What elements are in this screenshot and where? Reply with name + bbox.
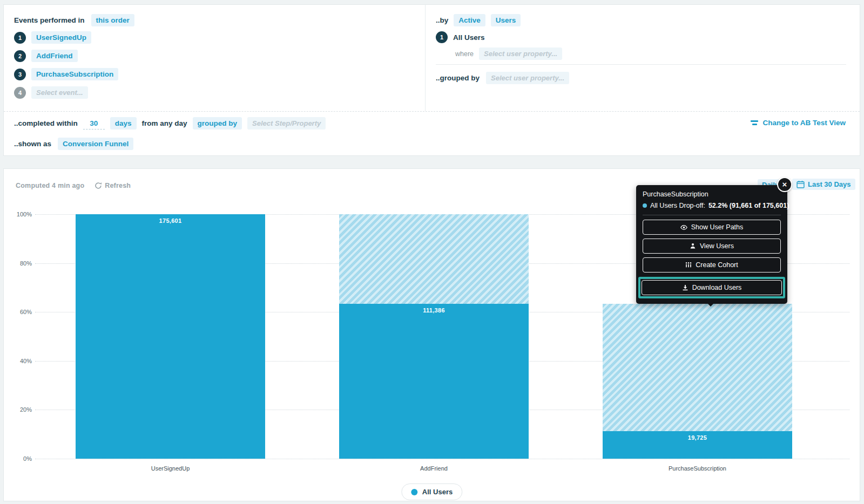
tooltip-actions: Show User PathsView UsersCreate CohortDo… xyxy=(643,220,781,297)
y-axis-tick-label: 40% xyxy=(9,358,32,364)
order-chip[interactable]: this order xyxy=(91,14,134,26)
y-axis-tick-label: 80% xyxy=(9,260,32,267)
x-axis-category-label: AddFriend xyxy=(339,465,529,472)
step-number-badge: 2 xyxy=(14,50,26,62)
y-axis-tick-label: 100% xyxy=(9,211,32,217)
y-axis-tick-label: 0% xyxy=(9,455,32,462)
action-button-label: Create Cohort xyxy=(696,261,738,269)
action-button-label: View Users xyxy=(700,242,734,250)
converted-segment xyxy=(76,214,265,459)
grouped-by-chip[interactable]: grouped by xyxy=(193,117,242,130)
where-label: where xyxy=(455,50,474,58)
create-cohort-button[interactable]: Create Cohort xyxy=(643,257,781,273)
event-chip-PurchaseSubscription[interactable]: PurchaseSubscription xyxy=(31,68,118,80)
where-property-input[interactable]: Select user property... xyxy=(479,47,562,60)
dropoff-hatched-segment xyxy=(339,214,529,304)
user-type-chip[interactable]: Active xyxy=(454,14,485,26)
eye-icon xyxy=(680,224,687,231)
person-icon xyxy=(690,243,696,249)
highlighted-action-wrapper: Download Users xyxy=(638,277,785,298)
y-axis-tick-label: 20% xyxy=(9,406,32,413)
download-icon xyxy=(682,284,688,291)
days-unit-chip[interactable]: days xyxy=(110,117,137,130)
where-divider xyxy=(436,64,846,65)
refresh-button[interactable]: Refresh xyxy=(94,182,131,189)
grouped-by-label: ..grouped by xyxy=(436,74,480,82)
dropoff-value: 52.2% (91,661 of 175,601) xyxy=(708,202,789,209)
select-event-input[interactable]: Select event... xyxy=(31,86,88,99)
event-step-row: 3PurchaseSubscription xyxy=(14,68,118,80)
event-step-row: 2AddFriend xyxy=(14,50,78,62)
query-builder-panel: Events performed in this order 1UserSign… xyxy=(3,4,860,156)
bar-tooltip: PurchaseSubscription All Users Drop-off:… xyxy=(636,185,787,304)
event-chip-UserSignedUp[interactable]: UserSignedUp xyxy=(31,31,91,44)
shown-as-label: ..shown as xyxy=(14,140,51,148)
legend-all-users[interactable]: All Users xyxy=(401,483,462,500)
legend-series-dot xyxy=(411,489,417,495)
bar-value-label: 111,386 xyxy=(339,307,529,314)
change-ab-test-view-link[interactable]: Change to AB Test View xyxy=(751,119,846,127)
group-number-badge: 1 xyxy=(436,31,448,43)
ab-test-icon xyxy=(751,120,758,125)
grouped-by-property-input[interactable]: Select user property... xyxy=(486,72,569,84)
completed-within-label: ..completed within xyxy=(14,119,78,127)
computed-ago-label: Computed 4 min ago xyxy=(16,182,84,189)
dropoff-label: All Users Drop-off: xyxy=(650,202,705,209)
dropoff-hatched-segment xyxy=(603,304,792,431)
by-label: ..by xyxy=(436,16,448,24)
shown-as-chip[interactable]: Conversion Funnel xyxy=(58,138,133,150)
x-axis-category-label: PurchaseSubscription xyxy=(603,465,792,472)
series-bullet-icon xyxy=(643,203,647,208)
tooltip-step-title: PurchaseSubscription xyxy=(643,190,781,198)
legend-series-label: All Users xyxy=(422,488,453,496)
horizontal-divider xyxy=(4,111,860,112)
action-button-label: Show User Paths xyxy=(691,223,744,231)
tooltip-close-button[interactable]: × xyxy=(777,177,792,192)
date-range-chip[interactable]: Last 30 Days xyxy=(792,179,855,190)
funnel-bar-UserSignedUp[interactable]: 175,601 xyxy=(76,214,265,459)
funnel-bar-AddFriend[interactable]: 111,386 xyxy=(339,214,529,459)
event-chip-AddFriend[interactable]: AddFriend xyxy=(31,50,78,62)
calendar-icon xyxy=(796,180,805,188)
step-property-input[interactable]: Select Step/Property xyxy=(247,117,326,130)
cohort-icon xyxy=(685,262,692,268)
bar-value-label: 175,601 xyxy=(76,217,265,224)
show-user-paths-button[interactable]: Show User Paths xyxy=(643,220,781,235)
download-users-button[interactable]: Download Users xyxy=(642,280,782,295)
refresh-label: Refresh xyxy=(105,182,131,189)
step-number-badge: 1 xyxy=(14,32,26,44)
events-heading: Events performed in xyxy=(14,16,85,24)
step-number-badge: 4 xyxy=(14,87,26,99)
tooltip-arrow xyxy=(704,299,718,307)
converted-segment xyxy=(339,304,529,459)
ab-test-link-label: Change to AB Test View xyxy=(762,119,846,127)
group-label: All Users xyxy=(453,33,485,42)
vertical-divider xyxy=(425,5,426,111)
event-step-row-placeholder: 4Select event... xyxy=(14,86,88,99)
bar-value-label: 19,725 xyxy=(603,434,792,441)
step-number-badge: 3 xyxy=(14,69,26,80)
entity-chip[interactable]: Users xyxy=(491,14,521,26)
refresh-icon xyxy=(94,182,102,189)
tooltip-divider xyxy=(643,215,781,215)
view-users-button[interactable]: View Users xyxy=(643,239,781,254)
x-axis-category-label: UserSignedUp xyxy=(76,465,265,472)
event-step-row: 1UserSignedUp xyxy=(14,31,91,44)
action-button-label: Download Users xyxy=(692,284,742,291)
completion-days-input[interactable]: 30 xyxy=(83,118,105,130)
from-any-day-label: from any day xyxy=(142,119,187,127)
gridline xyxy=(35,459,849,459)
y-axis-tick-label: 60% xyxy=(9,309,32,315)
date-range-label: Last 30 Days xyxy=(808,180,851,188)
